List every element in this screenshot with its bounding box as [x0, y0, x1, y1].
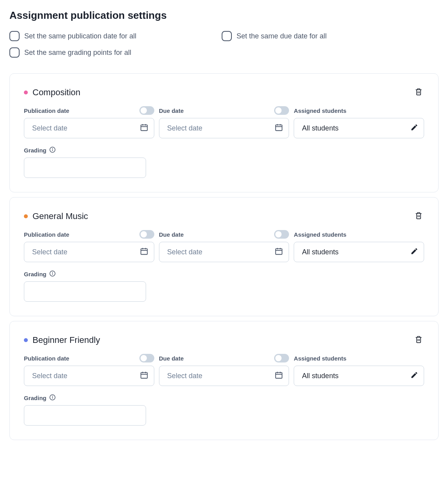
publication-date-toggle[interactable]: [139, 106, 154, 115]
publication-date-toggle[interactable]: [139, 354, 154, 362]
assigned-students-label: Assigned students: [294, 355, 346, 362]
card-title: Composition: [33, 87, 80, 98]
svg-rect-6: [276, 125, 282, 130]
grading-label: Grading: [24, 146, 424, 154]
date-placeholder: Select date: [32, 248, 67, 256]
date-placeholder: Select date: [32, 372, 67, 380]
checkbox-same-pub-date[interactable]: Set the same publication date for all: [9, 31, 215, 41]
publication-date-input[interactable]: Select date: [24, 366, 154, 386]
due-date-input[interactable]: Select date: [159, 242, 289, 262]
publication-date-label: Publication date: [24, 355, 69, 362]
calendar-icon: [275, 123, 283, 134]
trash-icon: [415, 91, 423, 97]
svg-rect-19: [276, 248, 282, 254]
date-placeholder: Select date: [32, 124, 67, 132]
due-date-input[interactable]: Select date: [159, 366, 289, 386]
due-date-label: Due date: [159, 355, 184, 362]
students-value: All students: [302, 372, 338, 380]
due-date-label: Due date: [159, 231, 184, 238]
grading-input[interactable]: [24, 158, 146, 178]
delete-button[interactable]: [413, 334, 424, 346]
assigned-students-input[interactable]: All students: [294, 366, 424, 386]
checkbox-box-icon: [222, 31, 232, 41]
checkbox-box-icon: [9, 31, 20, 41]
card-title: General Music: [33, 211, 88, 221]
calendar-icon: [140, 123, 148, 134]
global-options-row: Set the same publication date for all Se…: [9, 31, 439, 58]
card-title: Beginner Friendly: [33, 335, 100, 345]
assignment-card: Beginner Friendly Publication date Sel: [9, 321, 439, 440]
svg-point-38: [52, 396, 52, 397]
date-placeholder: Select date: [167, 124, 202, 132]
assignment-card: Composition Publication date Select da: [9, 73, 439, 192]
publication-date-toggle[interactable]: [139, 230, 154, 239]
due-date-toggle[interactable]: [274, 106, 289, 115]
delete-button[interactable]: [413, 86, 424, 98]
pencil-icon: [410, 247, 418, 257]
checkbox-same-due-date[interactable]: Set the same due date for all: [222, 31, 428, 41]
publication-date-input[interactable]: Select date: [24, 242, 154, 262]
assigned-students-label: Assigned students: [294, 107, 346, 114]
assignment-card: General Music Publication date Select: [9, 197, 439, 316]
delete-button[interactable]: [413, 210, 424, 222]
assigned-students-input[interactable]: All students: [294, 118, 424, 138]
pencil-icon: [410, 123, 418, 133]
date-placeholder: Select date: [167, 248, 202, 256]
calendar-icon: [275, 371, 283, 381]
due-date-toggle[interactable]: [274, 354, 289, 362]
due-date-toggle[interactable]: [274, 230, 289, 239]
assigned-students-label: Assigned students: [294, 231, 346, 238]
svg-rect-15: [141, 248, 147, 254]
info-icon[interactable]: [49, 270, 56, 278]
checkbox-label: Set the same publication date for all: [24, 32, 136, 40]
svg-point-12: [52, 149, 52, 149]
svg-point-25: [52, 272, 52, 273]
calendar-icon: [275, 247, 283, 257]
color-dot-icon: [24, 338, 28, 342]
checkbox-same-grading[interactable]: Set the same grading points for all: [9, 47, 215, 58]
svg-rect-2: [141, 125, 147, 130]
due-date-input[interactable]: Select date: [159, 118, 289, 138]
publication-date-label: Publication date: [24, 107, 69, 114]
trash-icon: [415, 339, 423, 344]
assigned-students-input[interactable]: All students: [294, 242, 424, 262]
grading-input[interactable]: [24, 405, 146, 426]
grading-label: Grading: [24, 270, 424, 278]
grading-label: Grading: [24, 394, 424, 402]
color-dot-icon: [24, 91, 28, 94]
svg-rect-32: [276, 372, 282, 378]
publication-date-label: Publication date: [24, 231, 69, 238]
checkbox-label: Set the same grading points for all: [24, 49, 131, 57]
grading-input[interactable]: [24, 281, 146, 302]
svg-rect-28: [141, 372, 147, 378]
info-icon[interactable]: [49, 394, 56, 402]
checkbox-label: Set the same due date for all: [237, 32, 327, 40]
date-placeholder: Select date: [167, 372, 202, 380]
calendar-icon: [140, 371, 148, 381]
calendar-icon: [140, 247, 148, 257]
students-value: All students: [302, 124, 338, 132]
page-title: Assignment publication settings: [9, 9, 439, 22]
pencil-icon: [410, 371, 418, 381]
info-icon[interactable]: [49, 146, 56, 154]
due-date-label: Due date: [159, 107, 184, 114]
checkbox-box-icon: [9, 47, 20, 58]
color-dot-icon: [24, 214, 28, 218]
trash-icon: [415, 215, 423, 221]
publication-date-input[interactable]: Select date: [24, 118, 154, 138]
students-value: All students: [302, 248, 338, 256]
